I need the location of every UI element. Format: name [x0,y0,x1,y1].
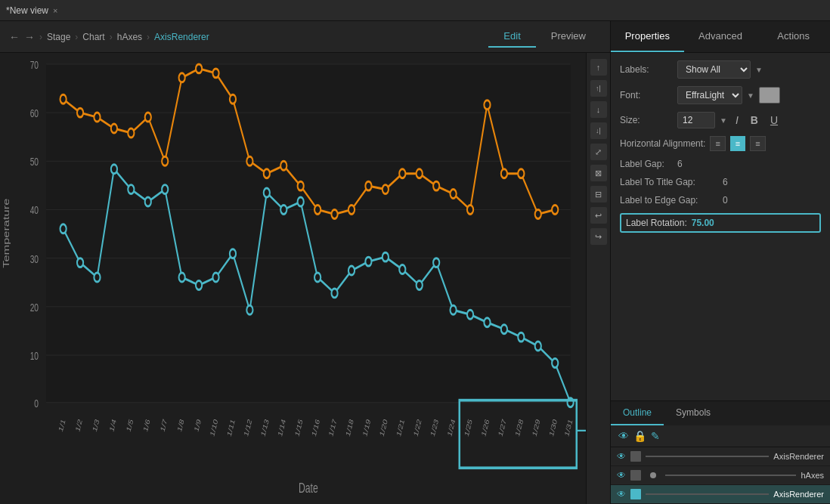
tab-edit[interactable]: Edit [488,26,535,48]
breadcrumb-stage[interactable]: Stage [47,32,70,42]
main-container: ← → › Stage › Chart › hAxes › AxisRender… [0,21,830,504]
font-color-swatch[interactable] [759,87,780,104]
svg-point-70 [433,258,439,267]
lock-outline-icon[interactable]: 🔒 [633,430,646,442]
tab-preview[interactable]: Preview [536,26,601,48]
size-input[interactable] [677,112,715,128]
layer-name-active: AxisRenderer [773,490,824,499]
crop-icon[interactable]: ⊠ [590,165,607,181]
svg-text:Date: Date [299,481,318,496]
labels-chevron-icon[interactable]: ▼ [755,66,763,74]
svg-text:1/23: 1/23 [429,418,440,438]
font-select[interactable]: EffraLight Arial [677,86,742,104]
outline-symbols-tabs: Outline Symbols [611,401,830,425]
labels-select[interactable]: Show All Show None Auto [677,60,751,79]
size-row: Size: ▼ I B U [620,112,821,128]
layer-item[interactable]: 👁 hAxes [611,466,830,485]
size-label: Size: [620,115,673,125]
svg-point-65 [348,266,355,275]
breadcrumb-chart[interactable]: Chart [82,32,104,42]
edit-preview-tabs: Edit Preview [488,26,601,48]
resize-icon[interactable]: ⤢ [590,144,607,160]
align-icon[interactable]: ⊟ [590,186,607,203]
svg-text:1/13: 1/13 [260,418,271,438]
size-chevron-icon: ▼ [720,116,727,125]
svg-text:1/3: 1/3 [91,418,101,433]
svg-point-52 [128,185,134,194]
svg-text:60: 60 [30,107,39,120]
svg-point-41 [451,190,457,199]
svg-point-24 [162,156,168,165]
undo-icon[interactable]: ↩ [590,207,607,224]
svg-text:1/1: 1/1 [57,418,67,433]
chart-svg: 70 60 50 40 30 20 10 0 Temperature [0,53,586,504]
tab-properties[interactable]: Properties [611,21,684,52]
italic-button[interactable]: I [732,113,742,128]
svg-point-62 [298,197,304,206]
right-panel: Properties Advanced Actions Labels: Show… [611,21,830,504]
svg-point-25 [179,73,185,82]
svg-text:1/28: 1/28 [514,418,525,438]
svg-text:1/17: 1/17 [327,418,338,438]
layer-eye-icon[interactable]: 👁 [617,470,626,481]
layer-eye-icon[interactable]: 👁 [617,489,626,499]
layer-line [665,475,796,476]
breadcrumb-axisrenderer[interactable]: AxisRenderer [154,32,209,42]
svg-point-40 [433,181,439,190]
svg-text:40: 40 [30,203,39,217]
svg-point-51 [111,165,117,174]
back-arrow[interactable]: ← [9,31,20,43]
close-button[interactable]: × [53,6,57,15]
align-left-button[interactable]: ≡ [710,136,725,151]
tab-symbols[interactable]: Symbols [664,401,723,425]
tab-outline[interactable]: Outline [611,401,664,425]
svg-point-59 [246,305,252,314]
font-label: Font: [620,90,673,100]
svg-point-34 [331,209,337,218]
label-to-edge-gap-label: Label to Edge Gap: [620,195,718,206]
align-center-button[interactable]: ≡ [730,136,745,151]
svg-point-37 [382,185,389,194]
svg-text:1/20: 1/20 [379,418,389,438]
horizontal-alignment-row: Horizontal Alignment: ≡ ≡ ≡ [620,136,821,151]
svg-text:10: 10 [30,349,39,363]
layer-dot [650,472,656,478]
forward-arrow[interactable]: → [24,31,35,43]
eye-outline-icon[interactable]: 👁 [618,430,629,442]
svg-text:1/9: 1/9 [193,418,202,433]
svg-point-26 [196,64,202,73]
align-right-button[interactable]: ≡ [750,136,765,151]
svg-point-18 [60,94,67,104]
layer-item-active[interactable]: 👁 AxisRenderer [611,485,830,504]
svg-point-39 [417,169,423,178]
svg-point-19 [77,108,83,117]
tab-actions[interactable]: Actions [757,21,830,52]
label-to-title-gap-value: 6 [723,177,776,187]
label-gap-value: 6 [677,159,730,169]
edit-outline-icon[interactable]: ✎ [651,430,660,442]
chart-area: 70 60 50 40 30 20 10 0 Temperature [0,53,610,504]
svg-point-45 [518,169,524,178]
font-row: Font: EffraLight Arial ▼ [620,86,821,104]
svg-point-77 [552,358,558,367]
arrow-up-icon[interactable]: ↑ [590,59,607,76]
svg-text:1/29: 1/29 [531,418,541,438]
layer-item[interactable]: 👁 AxisRenderer [611,447,830,466]
tab-advanced[interactable]: Advanced [684,21,757,52]
arrow-up-single-icon[interactable]: ↑| [590,80,607,97]
svg-point-54 [162,185,168,194]
redo-icon[interactable]: ↪ [590,228,607,245]
layer-list: 👁 AxisRenderer 👁 hAxes 👁 [611,447,830,504]
svg-point-63 [314,273,321,282]
arrow-down-single-icon[interactable]: ↓| [590,122,607,139]
svg-point-42 [467,205,473,214]
svg-point-32 [298,181,304,190]
label-rotation-input[interactable] [692,218,729,228]
breadcrumb-haxes[interactable]: hAxes [117,32,142,42]
chart-panel: ← → › Stage › Chart › hAxes › AxisRender… [0,21,611,504]
bold-button[interactable]: B [747,113,762,128]
underline-button[interactable]: U [767,113,782,128]
arrow-down-icon[interactable]: ↓ [590,101,607,118]
svg-point-58 [230,249,236,258]
layer-eye-icon[interactable]: 👁 [617,451,626,462]
